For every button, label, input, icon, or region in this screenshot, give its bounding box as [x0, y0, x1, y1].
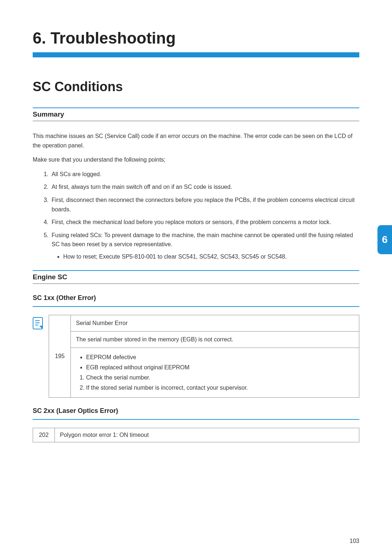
sc195-bullet-2: EGB replaced without original EEPROM: [86, 363, 354, 372]
sc195-title-cell: Serial Number Error: [71, 315, 359, 331]
sc195-step-2: If the stored serial number is incorrect…: [86, 383, 354, 392]
summary-list-item-4: First, check the mechanical load before …: [50, 218, 359, 227]
summary-list-item-3: First, disconnect then reconnect the con…: [50, 195, 359, 214]
summary-paragraph-2: Make sure that you understand the follow…: [33, 155, 359, 165]
summary-heading: Summary: [33, 107, 359, 121]
sc195-code-cell: 195: [49, 315, 71, 397]
summary-list-item-5-text: Fusing related SCs: To prevent damage to…: [52, 232, 353, 248]
section-title: SC Conditions: [33, 79, 359, 94]
sc195-bullet-1: EEPROM defective: [86, 353, 354, 362]
sc1xx-heading: SC 1xx (Other Error): [33, 294, 359, 304]
sc195-table: 195 Serial Number Error The serial numbe…: [49, 315, 359, 398]
summary-list-item-2: At first, always turn the main switch of…: [50, 182, 359, 192]
summary-sublist-item-1: How to reset; Execute SP5-810-001 to cle…: [63, 252, 359, 261]
engine-sc-heading: Engine SC: [33, 270, 359, 284]
sc195-details-cell: EEPROM defective EGB replaced without or…: [71, 348, 359, 397]
chapter-title: 6. Troubleshooting: [33, 29, 359, 47]
sc202-table: 202 Polygon motor error 1: ON timeout: [33, 428, 359, 442]
summary-list-item-1: All SCs are logged.: [50, 170, 359, 179]
summary-sublist: How to reset; Execute SP5-810-001 to cle…: [52, 252, 359, 261]
chapter-accent-bar: [33, 52, 359, 57]
sc202-title-cell: Polygon motor error 1: ON timeout: [55, 428, 359, 442]
page-number: 103: [349, 538, 359, 544]
note-icon: [33, 317, 43, 329]
summary-list: All SCs are logged. At first, always tur…: [33, 170, 359, 261]
sc195-step-1: Check the serial number.: [86, 373, 354, 382]
summary-paragraph-1: This machine issues an SC (Service Call)…: [33, 131, 359, 150]
sc202-code-cell: 202: [33, 428, 55, 442]
sc195-desc-cell: The serial number stored in the memory (…: [71, 331, 359, 348]
summary-list-item-5: Fusing related SCs: To prevent damage to…: [50, 231, 359, 261]
sc2xx-heading: SC 2xx (Laser Optics Error): [33, 407, 359, 417]
chapter-tab: 6: [377, 225, 392, 254]
